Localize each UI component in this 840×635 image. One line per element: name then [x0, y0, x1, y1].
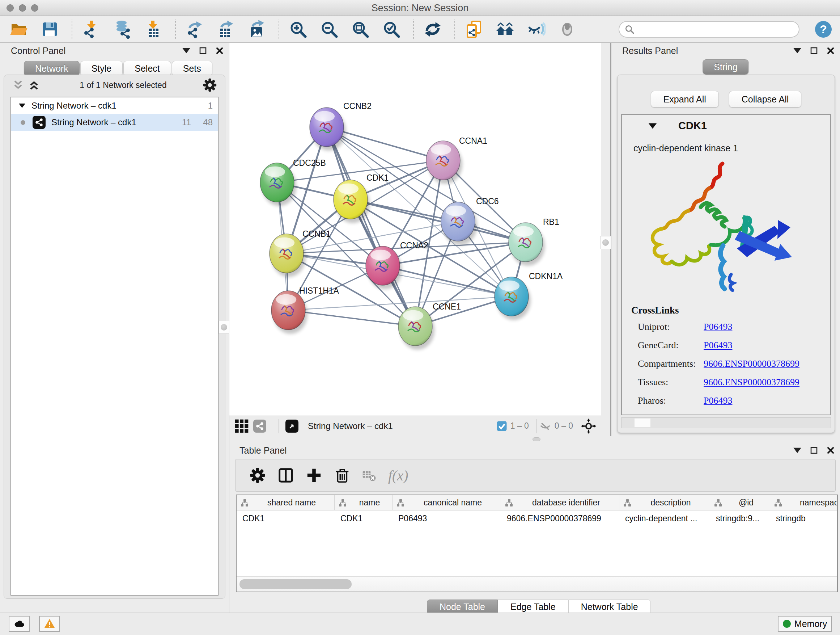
network-node-CCNB1[interactable]: CCNB1 [270, 229, 331, 277]
tab-string[interactable]: String [703, 59, 748, 74]
table-cell[interactable]: 9606.ENSP00000378699 [501, 510, 619, 526]
string-view-icon[interactable] [253, 420, 266, 432]
panel-menu-icon[interactable] [793, 46, 802, 55]
network-node-CCNE1[interactable]: CCNE1 [398, 302, 461, 350]
network-node-HIST1H1A[interactable]: HIST1H1A [271, 286, 339, 334]
table-cell[interactable]: P06493 [393, 510, 501, 526]
table-cell[interactable]: stringdb:9... [710, 510, 770, 526]
import-table-from-file-icon[interactable] [144, 20, 163, 39]
collapse-all-button[interactable]: Collapse All [729, 91, 802, 108]
import-network-from-database-icon[interactable] [113, 20, 132, 39]
column-header-database-identifier[interactable]: database identifier [501, 495, 619, 510]
memory-button[interactable]: Memory [778, 616, 832, 632]
crosslink-link[interactable]: 9606.ENSP00000378699 [704, 377, 799, 388]
window-minimize-button[interactable] [19, 4, 26, 11]
delete-column-icon[interactable] [334, 467, 351, 484]
open-session-icon[interactable] [9, 20, 28, 39]
collapse-all-icon[interactable] [12, 80, 24, 90]
network-edge[interactable] [351, 200, 526, 242]
left-splitter-grip[interactable] [218, 321, 229, 334]
birdseye-toggle-crosshair-icon[interactable] [581, 418, 596, 434]
tab-edge-table[interactable]: Edge Table [498, 600, 568, 614]
column-header-description[interactable]: description [619, 495, 710, 510]
tab-network[interactable]: Network [24, 61, 80, 76]
column-header-at-id[interactable]: @id [710, 495, 770, 510]
clone-network-icon[interactable] [464, 20, 483, 39]
network-node-CCNB2[interactable]: CCNB2 [309, 101, 371, 150]
window-zoom-button[interactable] [31, 4, 38, 11]
tab-style[interactable]: Style [80, 61, 123, 76]
refresh-icon[interactable] [423, 20, 442, 39]
tab-sets[interactable]: Sets [172, 61, 212, 76]
help-icon[interactable]: ? [814, 20, 833, 39]
network-node-CDC6[interactable]: CDC6 [441, 196, 499, 245]
right-splitter-grip[interactable] [600, 236, 611, 249]
window-close-button[interactable] [6, 4, 14, 11]
panel-menu-icon[interactable] [182, 46, 191, 55]
import-network-from-file-icon[interactable] [82, 20, 101, 39]
table-horizontal-scrollbar[interactable] [237, 576, 837, 592]
selected-checkbox-icon[interactable] [496, 420, 508, 432]
table-cell[interactable]: CDK1 [237, 510, 335, 526]
panel-menu-icon[interactable] [793, 446, 802, 455]
network-row-selected[interactable]: String Network – cdk1 11 48 [11, 114, 218, 131]
horizontal-splitter-grip[interactable] [532, 437, 540, 441]
show-all-eye-icon[interactable] [558, 20, 576, 39]
gene-header[interactable]: CDK1 [622, 115, 830, 137]
gene-collapse-caret-icon[interactable] [648, 122, 657, 130]
export-image-icon[interactable] [248, 20, 266, 39]
add-column-icon[interactable] [306, 467, 322, 484]
results-scrollbar[interactable] [621, 417, 831, 428]
birds-eye-view-icon[interactable] [286, 420, 298, 432]
network-node-CDKN1A[interactable]: CDKN1A [494, 272, 563, 320]
tab-network-table[interactable]: Network Table [568, 600, 651, 614]
network-edge[interactable] [327, 127, 415, 326]
tab-select[interactable]: Select [123, 61, 171, 76]
column-header-canonical-name[interactable]: canonical name [393, 495, 501, 510]
function-builder-icon: f(x) [388, 467, 409, 484]
export-table-icon[interactable] [216, 20, 235, 39]
panel-close-icon[interactable] [826, 446, 835, 455]
table-cell[interactable]: stringdb [770, 510, 838, 526]
table-options-gear-icon[interactable] [249, 467, 266, 484]
zoom-fit-icon[interactable] [351, 20, 370, 39]
show-columns-icon[interactable] [278, 467, 294, 484]
collection-caret-icon[interactable] [19, 103, 26, 109]
zoom-in-icon[interactable] [289, 20, 308, 39]
table-cell[interactable]: CDK1 [335, 510, 393, 526]
network-collection-row[interactable]: String Network – cdk1 1 [11, 97, 218, 114]
save-session-icon[interactable] [41, 20, 59, 39]
crosslink-link[interactable]: P06493 [704, 395, 732, 406]
crosslink-link[interactable]: 9606.ENSP00000378699 [704, 358, 799, 369]
network-node-CCNA1[interactable]: CCNA1 [426, 136, 487, 184]
column-header-name[interactable]: name [335, 495, 393, 510]
table-cell[interactable]: cyclin-dependent ... [619, 510, 710, 526]
panel-float-icon[interactable] [810, 46, 818, 55]
search-input[interactable] [619, 21, 799, 38]
zoom-selected-icon[interactable] [382, 20, 401, 39]
network-canvas[interactable]: CCNB2CCNA1CDC25BCDK1CDC6RB1CCNB1CCNA2CDK… [229, 43, 601, 416]
panel-close-icon[interactable] [215, 46, 224, 55]
panel-float-icon[interactable] [199, 46, 207, 55]
crosslink-link[interactable]: P06493 [704, 321, 732, 333]
expand-all-icon[interactable] [28, 80, 40, 90]
grid-view-icon[interactable] [234, 419, 249, 433]
zoom-out-icon[interactable] [320, 20, 339, 39]
panel-float-icon[interactable] [810, 446, 818, 455]
panel-close-icon[interactable] [826, 46, 835, 55]
tab-node-table[interactable]: Node Table [427, 600, 498, 614]
export-network-icon[interactable] [185, 20, 204, 39]
first-neighbors-icon[interactable] [496, 20, 515, 39]
expand-all-button[interactable]: Expand All [651, 91, 719, 108]
table-row[interactable]: CDK1CDK1P064939606.ENSP00000378699cyclin… [237, 510, 837, 526]
network-options-gear-icon[interactable] [202, 78, 217, 92]
network-node-RB1[interactable]: RB1 [508, 217, 559, 266]
scrollbar-thumb[interactable] [240, 579, 352, 589]
warnings-button[interactable] [39, 616, 60, 632]
cloud-button[interactable] [9, 616, 30, 632]
results-panel-header: Results Panel [611, 43, 840, 59]
column-header-namespace[interactable]: namespace [770, 495, 838, 510]
hide-selected-icon[interactable] [527, 20, 546, 39]
column-header-shared-name[interactable]: shared name [237, 495, 335, 510]
crosslink-link[interactable]: P06493 [704, 340, 732, 351]
